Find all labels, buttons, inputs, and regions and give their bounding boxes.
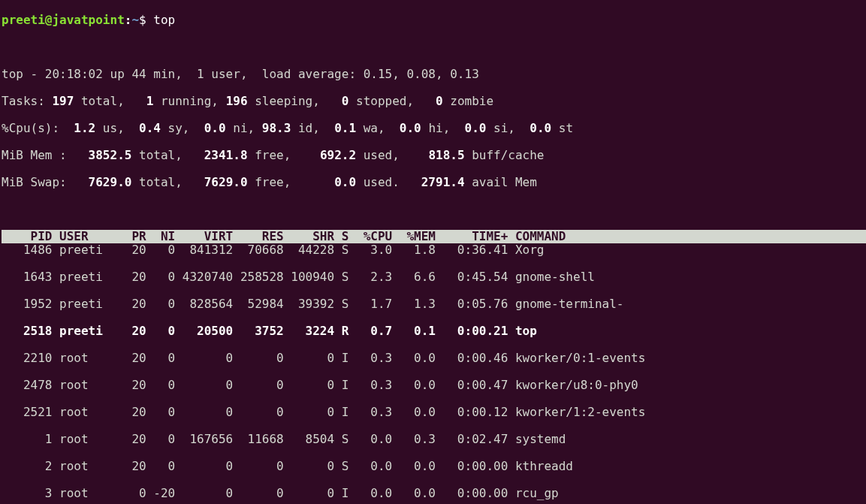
cpu-id-t: id, — [298, 121, 334, 135]
mem-total-n: 3852.5 — [89, 148, 139, 162]
cpu-wa-t: wa, — [364, 121, 400, 135]
cpu-us-n: 1.2 — [74, 121, 103, 135]
cpu-us-t: us, — [103, 121, 139, 135]
mem-used-t: used, — [364, 148, 429, 162]
process-row[interactable]: 1643 preeti 20 0 4320740 258528 100940 S… — [2, 270, 866, 284]
tasks-stop-n: 0 — [342, 94, 356, 108]
summary-swap: MiB Swap: 7629.0 total, 7629.0 free, 0.0… — [2, 176, 866, 189]
swap-avail-t: avail Mem — [472, 175, 537, 189]
cpu-st-n: 0.0 — [530, 121, 559, 135]
mem-free-n: 2341.8 — [204, 148, 255, 162]
swap-total-n: 7629.0 — [89, 175, 139, 189]
mem-total-t: total, — [139, 148, 204, 162]
prompt-dollar: $ — [139, 13, 153, 27]
tasks-total-t: total, — [81, 94, 146, 108]
mem-label: MiB Mem : — [2, 148, 89, 162]
prompt-path: ~ — [131, 13, 139, 27]
tasks-sleep-t: sleeping, — [255, 94, 342, 108]
tasks-stop-t: stopped, — [356, 94, 436, 108]
cpu-si-t: si, — [493, 121, 530, 135]
cpu-ni-t: ni, — [233, 121, 262, 135]
tasks-sleep-n: 196 — [226, 94, 255, 108]
cpu-st-t: st — [559, 121, 573, 135]
process-row-current[interactable]: 2518 preeti 20 0 20500 3752 3224 R 0.7 0… — [2, 324, 866, 338]
tasks-label: Tasks: — [2, 94, 45, 108]
cpu-ni-n: 0.0 — [204, 121, 234, 135]
tasks-total-n: 197 — [45, 94, 81, 108]
cpu-id-n: 98.3 — [262, 121, 298, 135]
process-row[interactable]: 1 root 20 0 167656 11668 8504 S 0.0 0.3 … — [2, 433, 866, 446]
tasks-zom-n: 0 — [436, 94, 450, 108]
process-row[interactable]: 2210 root 20 0 0 0 0 I 0.3 0.0 0:00.46 k… — [2, 352, 866, 365]
swap-total-t: total, — [139, 175, 204, 189]
summary-cpu: %Cpu(s): 1.2 us, 0.4 sy, 0.0 ni, 98.3 id… — [2, 122, 866, 135]
mem-buff-t: buff/cache — [472, 148, 544, 162]
swap-used-n: 0.0 — [334, 175, 364, 189]
swap-label: MiB Swap: — [2, 175, 89, 189]
tasks-run-n: 1 — [146, 94, 161, 108]
cpu-hi-n: 0.0 — [400, 121, 429, 135]
prompt-colon: : — [125, 13, 132, 27]
swap-free-n: 7629.0 — [204, 175, 255, 189]
process-row[interactable]: 3 root 0 -20 0 0 0 I 0.0 0.0 0:00.00 rcu… — [2, 487, 866, 500]
summary-tasks: Tasks: 197 total, 1 running, 196 sleepin… — [2, 95, 866, 108]
typed-command: top — [153, 13, 175, 27]
blank-line-2 — [2, 203, 866, 216]
tasks-zom-t: zombie — [450, 94, 493, 108]
cpu-sy-t: sy, — [168, 121, 204, 135]
cpu-label: %Cpu(s): — [2, 121, 74, 135]
swap-used-t: used. — [364, 175, 421, 189]
process-row[interactable]: 1952 preeti 20 0 828564 52984 39392 S 1.… — [2, 297, 866, 311]
swap-free-t: free, — [255, 175, 334, 189]
cpu-hi-t: hi, — [428, 121, 464, 135]
process-row[interactable]: 1486 preeti 20 0 841312 70668 44228 S 3.… — [2, 243, 866, 257]
process-row[interactable]: 2 root 20 0 0 0 0 S 0.0 0.0 0:00.00 kthr… — [2, 460, 866, 473]
prompt-user-host: preeti@javatpoint — [2, 13, 125, 27]
mem-buff-n: 818.5 — [428, 148, 472, 162]
process-row[interactable]: 2521 root 20 0 0 0 0 I 0.3 0.0 0:00.12 k… — [2, 406, 866, 419]
mem-used-n: 692.2 — [320, 148, 364, 162]
summary-mem: MiB Mem : 3852.5 total, 2341.8 free, 692… — [2, 149, 866, 162]
prompt-line: preeti@javatpoint:~$ top — [2, 14, 866, 27]
cpu-sy-n: 0.4 — [139, 121, 168, 135]
mem-free-t: free, — [255, 148, 320, 162]
terminal-window[interactable]: preeti@javatpoint:~$ top top - 20:18:02 … — [0, 0, 866, 504]
swap-avail-n: 2791.4 — [421, 175, 472, 189]
summary-uptime: top - 20:18:02 up 44 min, 1 user, load a… — [2, 68, 866, 81]
tasks-run-t: running, — [161, 94, 226, 108]
process-table-header[interactable]: PID USER PR NI VIRT RES SHR S %CPU %MEM … — [2, 230, 866, 243]
blank-line — [2, 41, 866, 54]
process-row[interactable]: 2478 root 20 0 0 0 0 I 0.3 0.0 0:00.47 k… — [2, 379, 866, 392]
cpu-si-n: 0.0 — [465, 121, 494, 135]
cpu-wa-n: 0.1 — [334, 121, 364, 135]
